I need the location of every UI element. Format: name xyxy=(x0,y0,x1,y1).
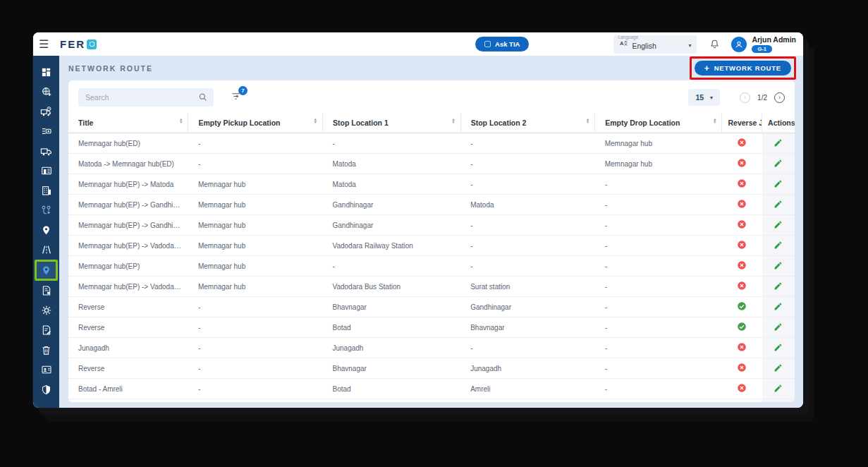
cell-stop-location-1: Gandhinagar xyxy=(322,195,460,215)
sidebar-item-road-icon[interactable] xyxy=(33,240,59,260)
cell-stop-location-2: Matoda xyxy=(460,195,595,215)
language-label: Language xyxy=(618,35,638,40)
edit-icon[interactable] xyxy=(774,200,783,209)
sidebar-item-card-building-icon[interactable] xyxy=(33,161,59,181)
sidebar-item-globe-add-icon[interactable] xyxy=(33,82,59,102)
table-header-row: Title▲▼Empty Pickup Location▲▼Stop Locat… xyxy=(68,113,795,133)
sidebar-item-waypoints-icon[interactable] xyxy=(33,200,59,220)
sort-icon[interactable]: ▲▼ xyxy=(713,118,716,124)
cell-stop-location-2: Surat station xyxy=(460,277,595,297)
table-row: Reverse-BhavnagarJunagadh- xyxy=(68,358,795,379)
cell-empty-drop-location: Memnagar hub xyxy=(595,154,722,174)
cell-stop-location-1: - xyxy=(322,256,460,277)
column-header[interactable]: Stop Location 2▲▼ xyxy=(460,113,595,133)
edit-icon[interactable] xyxy=(774,363,783,372)
notification-bell-icon[interactable] xyxy=(709,39,720,49)
ask-tia-label: Ask TIA xyxy=(495,40,520,48)
cell-actions xyxy=(762,297,795,317)
edit-icon[interactable] xyxy=(774,138,783,147)
cell-reverse-job xyxy=(722,174,762,195)
cell-empty-drop-location: - xyxy=(595,215,722,236)
cell-stop-location-1: Matoda xyxy=(322,174,460,195)
sidebar-item-shield-icon[interactable] xyxy=(33,380,59,399)
cell-reverse-job xyxy=(722,297,762,317)
cell-actions xyxy=(762,174,795,195)
table-row: Memnagar hub(EP) -> Vadodara Bus Sta...M… xyxy=(68,277,795,297)
sort-icon[interactable]: ▲▼ xyxy=(314,118,317,124)
cell-actions xyxy=(762,277,795,297)
table-row: Memnagar hub(EP)Memnagar hub--- xyxy=(68,256,795,277)
cell-stop-location-1: Matoda xyxy=(322,154,460,174)
edit-icon[interactable] xyxy=(774,281,783,291)
cell-title: Junagadh xyxy=(68,338,188,358)
cell-stop-location-2: Gandhinagar xyxy=(460,297,595,317)
cell-empty-pickup-location: Memnagar hub xyxy=(188,277,323,297)
column-header[interactable]: Empty Pickup Location▲▼ xyxy=(188,113,323,133)
pagination: ‹ 1/2 › xyxy=(740,92,785,103)
sidebar-item-document-edit-icon[interactable] xyxy=(33,320,59,340)
page-size-select[interactable]: 15 ▾ xyxy=(688,89,720,106)
edit-icon[interactable] xyxy=(774,322,783,332)
sidebar-item-network-route-pin-icon[interactable] xyxy=(35,260,58,281)
edit-icon[interactable] xyxy=(774,302,783,311)
cell-title: Botad - Amreli xyxy=(68,379,188,399)
ask-tia-button[interactable]: Ask TIA xyxy=(475,37,529,51)
column-header-label: Stop Location 2 xyxy=(471,119,527,127)
hamburger-menu-icon[interactable]: ☰ xyxy=(39,39,56,50)
sidebar-item-id-card-icon[interactable] xyxy=(33,360,59,380)
sort-icon[interactable]: ▲▼ xyxy=(179,118,183,124)
cell-actions xyxy=(762,256,795,277)
sort-icon[interactable]: ▲▼ xyxy=(586,118,589,124)
cross-circle-icon xyxy=(737,219,747,229)
sidebar-item-truck-clock-icon[interactable] xyxy=(33,102,59,121)
cell-stop-location-2: Junagadh xyxy=(460,358,595,379)
sidebar-item-truck-icon[interactable] xyxy=(33,141,59,161)
sidebar-item-location-pin-icon[interactable] xyxy=(33,220,59,240)
cell-reverse-job xyxy=(722,154,762,174)
column-header[interactable]: Stop Location 1▲▼ xyxy=(322,113,460,133)
filter-button[interactable]: 7 xyxy=(231,91,241,104)
table-row: Botad - Amreli-BotadAmreli- xyxy=(68,379,795,399)
edit-icon[interactable] xyxy=(774,261,783,270)
check-circle-icon xyxy=(737,301,747,311)
page-size-value: 15 xyxy=(695,93,704,102)
prev-page-button[interactable]: ‹ xyxy=(740,92,750,103)
sidebar-item-document-gear-icon[interactable] xyxy=(33,281,59,301)
cell-stop-location-1: Vadodara Railway Station xyxy=(322,236,460,256)
next-page-button[interactable]: › xyxy=(774,92,785,103)
sidebar-item-trash-icon[interactable] xyxy=(33,340,59,360)
edit-icon[interactable] xyxy=(774,179,783,188)
cell-actions xyxy=(762,399,795,403)
edit-icon[interactable] xyxy=(774,241,783,250)
edit-icon[interactable] xyxy=(774,220,783,229)
add-network-route-button[interactable]: + NETWORK ROUTE xyxy=(695,61,791,75)
cell-actions xyxy=(762,358,795,379)
sidebar-item-dashboard-icon[interactable] xyxy=(33,62,59,82)
cell-title: Memnagar hub(EP) -> Vadodara Bus Sta... xyxy=(68,277,188,297)
sort-icon[interactable]: ▲▼ xyxy=(451,118,455,124)
network-route-card: 7 15 ▾ ‹ 1/2 › Title▲▼Empty Pickup xyxy=(68,80,795,402)
check-circle-icon xyxy=(737,322,747,332)
edit-icon[interactable] xyxy=(774,159,783,168)
table-row: Matoda -> Memnagar hub(ED)-Matoda-Memnag… xyxy=(68,154,795,174)
cell-empty-drop-location: Memnagar hub xyxy=(595,133,722,154)
sidebar-item-building-icon[interactable] xyxy=(33,181,59,200)
user-avatar[interactable] xyxy=(731,37,747,52)
column-header-label: Title xyxy=(78,119,93,127)
cell-title: Matoda -> Memnagar hub(ED) xyxy=(68,154,188,174)
search-input[interactable] xyxy=(78,88,214,107)
cell-title: Reverse xyxy=(68,317,188,338)
fero-logo: FER xyxy=(60,38,97,50)
add-network-route-label: NETWORK ROUTE xyxy=(714,64,781,72)
cross-circle-icon xyxy=(737,383,747,393)
sidebar-item-billing-list-icon[interactable] xyxy=(33,121,59,141)
sidebar-item-settings-gear-icon[interactable] xyxy=(33,301,59,320)
edit-icon[interactable] xyxy=(774,343,783,352)
edit-icon[interactable] xyxy=(774,384,783,393)
cell-title: Memnagar hub(EP) -> Matoda xyxy=(68,174,188,195)
cross-circle-icon xyxy=(737,138,747,147)
column-header[interactable]: Title▲▼ xyxy=(68,113,188,133)
column-header[interactable]: Empty Drop Location▲▼ xyxy=(595,113,722,133)
language-select[interactable]: Language A English ▾ xyxy=(613,35,697,54)
cell-empty-pickup-location: Memnagar hub xyxy=(188,236,323,256)
